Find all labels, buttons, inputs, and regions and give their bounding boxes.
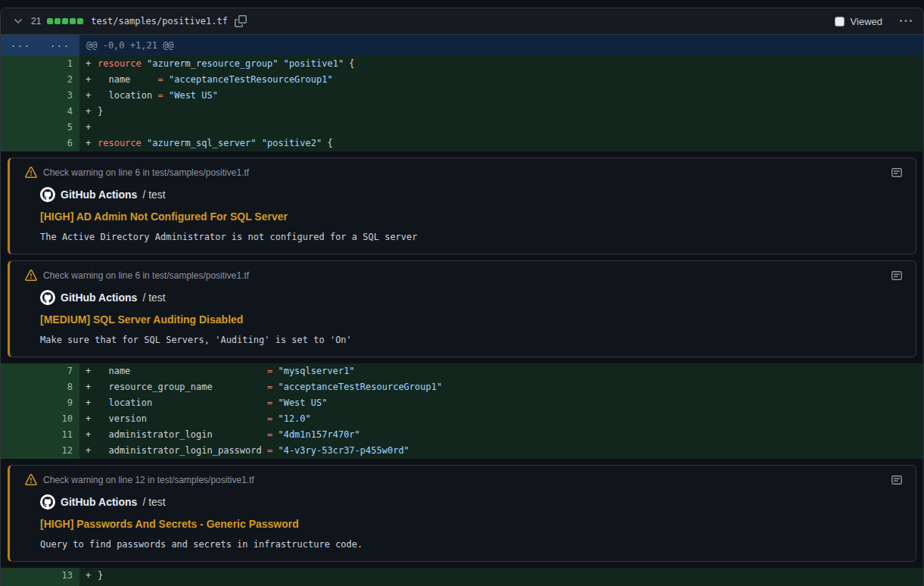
line-number-cell[interactable]: 5 — [1, 120, 79, 136]
code-token: "positive2" — [262, 138, 322, 148]
diffstat-square — [70, 18, 76, 24]
check-app-link[interactable]: GitHub Actions/ test — [40, 290, 904, 305]
code-token: "acceptanceTestResourceGroup1" — [169, 74, 333, 85]
addition-marker: + — [86, 395, 98, 411]
annotation-title: [HIGH] Passwords And Secrets - Generic P… — [40, 517, 904, 531]
check-app-link[interactable]: GitHub Actions/ test — [40, 494, 904, 510]
new-line-number: 2 — [40, 72, 79, 88]
line-number-cell[interactable]: 8 — [1, 379, 79, 395]
check-app-context: / test — [142, 291, 165, 304]
annotation-body: GitHub Actions/ test[MEDIUM] SQL Server … — [10, 284, 916, 357]
annotation-header: Check warning on line 12 in test/samples… — [10, 466, 916, 488]
code-line: + name = "acceptanceTestResourceGroup1" — [79, 72, 923, 88]
viewed-checkbox[interactable] — [835, 17, 845, 26]
file-options-kebab-button[interactable] — [899, 14, 913, 28]
old-line-number — [1, 395, 40, 411]
old-line-number — [1, 56, 40, 72]
copy-path-button[interactable] — [234, 14, 247, 28]
annotation-body: GitHub Actions/ test[HIGH] AD Admin Not … — [10, 181, 916, 254]
code-token: "12.0" — [278, 413, 310, 424]
code-token: "West US" — [278, 397, 327, 408]
expand-dots-icon: ··· — [40, 40, 79, 51]
new-line-number: 1 — [40, 56, 79, 72]
line-number-cell[interactable]: 1 — [1, 56, 79, 72]
expand-dots-icon: ··· — [1, 40, 40, 51]
addition-marker: + — [86, 427, 98, 443]
code-token: "4dm1n157r470r" — [278, 429, 359, 440]
chevron-down-icon — [12, 15, 24, 27]
code-line: +resource "azurerm_resource_group" "posi… — [79, 56, 923, 72]
code-line: + location = "West US" — [79, 395, 923, 411]
old-line-number — [1, 72, 40, 88]
code-line: + resource_group_name = "acceptanceTestR… — [79, 379, 923, 395]
code-token: name — [98, 74, 157, 85]
code-token: } — [98, 106, 103, 117]
github-actions-avatar — [40, 494, 55, 510]
addition-marker: + — [86, 363, 98, 379]
copy-annotation-button[interactable] — [890, 166, 904, 179]
check-app-name: GitHub Actions — [61, 291, 137, 304]
diff-line-row: 2+ name = "acceptanceTestResourceGroup1" — [1, 72, 923, 88]
code-token: resource — [98, 58, 142, 69]
code-line: + administrator_login_password = "4-v3ry… — [79, 443, 923, 459]
diff-line-row: 11+ administrator_login = "4dm1n157r470r… — [1, 427, 923, 443]
diff-line-row: 8+ resource_group_name = "acceptanceTest… — [1, 379, 923, 395]
code-token — [163, 74, 169, 85]
code-token — [163, 90, 169, 101]
copy-annotation-button[interactable] — [890, 473, 904, 487]
old-line-number — [1, 427, 40, 443]
expand-hunk-control[interactable]: ······ — [1, 35, 79, 56]
old-line-number — [1, 411, 40, 427]
github-octocat-icon — [42, 497, 53, 507]
new-line-number: 7 — [40, 363, 79, 379]
code-token: location — [98, 397, 267, 408]
collapse-file-button[interactable] — [11, 14, 25, 28]
code-token: { — [322, 138, 332, 148]
code-token: "acceptanceTestResourceGroup1" — [278, 382, 442, 392]
line-number-cell[interactable]: 9 — [1, 395, 79, 411]
line-number-cell[interactable]: 6 — [1, 136, 79, 151]
changes-count: 21 — [31, 16, 41, 26]
annotation-note-icon — [891, 167, 903, 179]
check-app-link[interactable]: GitHub Actions/ test — [40, 187, 904, 202]
code-token: "azurerm_sql_server" — [147, 138, 257, 148]
code-token: resource — [98, 138, 142, 148]
annotation-location-text: Check warning on line 6 in test/samples/… — [43, 270, 884, 281]
new-line-number: 9 — [40, 395, 79, 411]
code-line: + version = "12.0" — [79, 411, 923, 427]
old-line-number — [1, 568, 40, 584]
line-number-cell[interactable]: 13 — [1, 568, 79, 584]
line-number-cell[interactable]: 4 — [1, 104, 79, 120]
diff-content: ······@@ -0,0 +1,21 @@1+resource "azurer… — [1, 35, 923, 586]
addition-marker: + — [86, 443, 98, 459]
old-line-number — [1, 136, 40, 151]
new-line-number: 12 — [40, 443, 79, 459]
code-token — [278, 58, 283, 69]
copy-annotation-button[interactable] — [890, 269, 904, 282]
file-path[interactable]: test/samples/positive1.tf — [91, 16, 228, 26]
code-token: "West US" — [169, 90, 218, 101]
code-line: +} — [79, 568, 923, 584]
code-line: + location = "West US" — [79, 88, 923, 104]
diff-line-row: 9+ location = "West US" — [1, 395, 923, 411]
diff-line-row: 13+} — [1, 568, 923, 584]
annotation-message: Make sure that for SQL Servers, 'Auditin… — [40, 334, 904, 346]
warning-triangle-icon — [25, 270, 37, 282]
check-annotation-box: Check warning on line 12 in test/samples… — [8, 465, 916, 562]
copy-icon — [235, 15, 247, 27]
addition-marker: + — [86, 120, 98, 136]
code-line: +} — [79, 104, 923, 120]
new-line-number: 11 — [40, 427, 79, 443]
line-number-cell[interactable]: 7 — [1, 363, 79, 379]
line-number-cell[interactable]: 2 — [1, 72, 79, 88]
line-number-cell[interactable]: 10 — [1, 411, 79, 427]
viewed-control[interactable]: Viewed — [835, 16, 882, 27]
code-token: } — [98, 570, 103, 581]
line-number-cell[interactable]: 12 — [1, 443, 79, 459]
annotation-location-text: Check warning on line 12 in test/samples… — [43, 475, 884, 485]
new-line-number: 5 — [40, 120, 79, 136]
check-annotation-box: Check warning on line 6 in test/samples/… — [8, 157, 916, 254]
code-token — [142, 138, 147, 148]
line-number-cell[interactable]: 3 — [1, 88, 79, 104]
line-number-cell[interactable]: 11 — [1, 427, 79, 443]
